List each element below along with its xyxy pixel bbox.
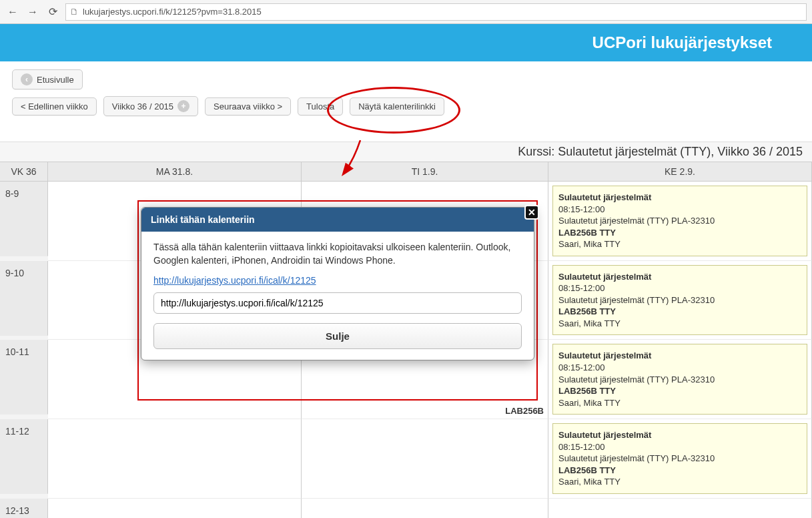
cell-mon-11 — [48, 419, 302, 499]
time-slot: 12-13 — [0, 499, 48, 518]
page-title: UCPori lukujärjestykset — [592, 33, 772, 52]
event-card[interactable]: Sulautetut järjestelmät 08:15-12:00 Sula… — [552, 423, 807, 494]
cell-tue-11 — [302, 419, 548, 499]
page-icon: 🗋 — [70, 7, 79, 17]
modal-header: Linkki tähän kalenteriin ✕ — [141, 208, 534, 232]
modal-close-wide-button[interactable]: Sulje — [153, 323, 522, 349]
forward-button[interactable]: → — [25, 5, 40, 19]
event-card[interactable]: Sulautetut järjestelmät 08:15-12:00 Sula… — [552, 186, 807, 256]
page-header: UCPori lukujärjestykset — [0, 24, 812, 61]
event-card[interactable]: Sulautetut järjestelmät 08:15-12:00 Sula… — [552, 344, 807, 415]
home-label: Etusivulle — [37, 75, 74, 85]
cell-wed-12 — [548, 499, 812, 518]
next-week-button[interactable]: Seuraava viikko > — [205, 97, 291, 115]
print-button[interactable]: Tulosta — [298, 97, 343, 115]
time-slot: 10-11 — [0, 340, 48, 415]
cell-wed-10: Sulautetut järjestelmät 08:15-12:00 Sula… — [548, 340, 812, 419]
time-slot: 8-9 — [0, 182, 48, 256]
browser-toolbar: ← → ⟳ 🗋 lukujarjestys.ucpori.fi/k/12125?… — [0, 0, 812, 24]
calendar-link-modal: Linkki tähän kalenteriin ✕ Tässä alla tä… — [141, 207, 534, 360]
close-icon: ✕ — [528, 207, 536, 218]
day-header-wed: KE 2.9. — [548, 162, 812, 182]
event-teacher: Saari, Mika TTY — [558, 238, 801, 250]
day-header-mon: MA 31.8. — [48, 162, 302, 182]
cell-wed-9: Sulautetut järjestelmät 08:15-12:00 Sula… — [548, 261, 812, 340]
reload-button[interactable]: ⟳ — [45, 5, 60, 19]
partial-room-label: LAB256B — [505, 406, 544, 416]
day-header-tue: TI 1.9. — [302, 162, 548, 182]
plus-icon: + — [177, 100, 189, 112]
show-calendar-link-button[interactable]: Näytä kalenterilinkki — [350, 97, 444, 115]
week-col-header: VK 36 — [0, 162, 48, 182]
event-title: Sulautetut järjestelmät — [558, 192, 801, 204]
modal-footer: Sulje — [141, 323, 534, 360]
calendar-link[interactable]: http://lukujarjestys.ucpori.fi/ical/k/12… — [153, 275, 316, 286]
url-text: lukujarjestys.ucpori.fi/k/12125?pvm=31.8… — [83, 7, 262, 17]
calendar-link-input[interactable] — [153, 292, 522, 314]
week-selector-button[interactable]: Viikko 36 / 2015 + — [103, 96, 198, 116]
event-desc: Sulautetut järjestelmät (TTY) PLA-32310 — [558, 215, 801, 227]
prev-week-button[interactable]: < Edellinen viikko — [12, 97, 97, 115]
back-button[interactable]: ← — [5, 5, 20, 19]
modal-text: Tässä alla tähän kalenteriin viittaava l… — [153, 241, 522, 267]
modal-close-button[interactable]: ✕ — [524, 205, 539, 220]
toolbar-area: ‹ Etusivulle < Edellinen viikko Viikko 3… — [0, 61, 812, 142]
cell-mon-12 — [48, 499, 302, 518]
event-time: 08:15-12:00 — [558, 204, 801, 216]
time-slot: 11-12 — [0, 419, 48, 494]
modal-title: Linkki tähän kalenteriin — [151, 214, 255, 225]
cell-tue-12 — [302, 499, 548, 518]
home-button[interactable]: ‹ Etusivulle — [12, 69, 83, 89]
schedule-title: Kurssi: Sulautetut järjestelmät (TTY), V… — [0, 142, 812, 162]
event-room: LAB256B TTY — [558, 227, 801, 239]
cell-wed-8: Sulautetut järjestelmät 08:15-12:00 Sula… — [548, 182, 812, 261]
url-bar[interactable]: 🗋 lukujarjestys.ucpori.fi/k/12125?pvm=31… — [65, 3, 807, 21]
back-arrow-icon: ‹ — [21, 73, 33, 85]
modal-body: Tässä alla tähän kalenteriin viittaava l… — [141, 232, 534, 323]
cell-wed-11: Sulautetut järjestelmät 08:15-12:00 Sula… — [548, 419, 812, 499]
time-slot: 9-10 — [0, 261, 48, 336]
event-card[interactable]: Sulautetut järjestelmät 08:15-12:00 Sula… — [552, 265, 807, 336]
